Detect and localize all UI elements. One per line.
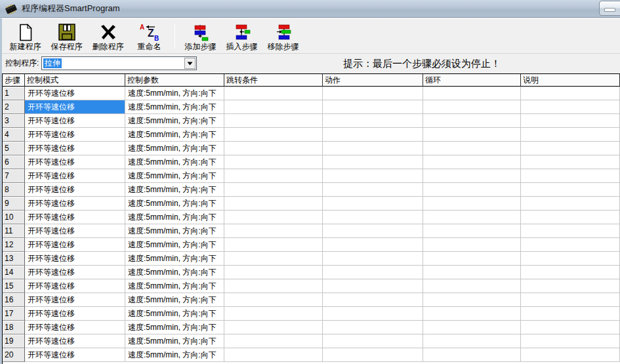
row-step-header[interactable]: 12 xyxy=(3,238,25,252)
cell-control-mode[interactable]: 开环等速位移 xyxy=(25,169,125,183)
cell-control-mode[interactable]: 开环等速位移 xyxy=(25,87,125,100)
cell-control-params[interactable]: 速度:5mm/min, 方向:向下 xyxy=(125,128,224,142)
cell-jump-condition[interactable] xyxy=(224,238,323,252)
cell-jump-condition[interactable] xyxy=(224,307,323,321)
cell-action[interactable] xyxy=(323,87,423,100)
cell-note[interactable] xyxy=(521,307,620,321)
cell-control-params[interactable]: 速度:5mm/min, 方向:向下 xyxy=(125,183,224,197)
rename-button[interactable]: A Z B 重命名 xyxy=(129,20,170,53)
cell-jump-condition[interactable] xyxy=(224,183,323,197)
cell-loop[interactable] xyxy=(423,348,521,362)
cell-action[interactable] xyxy=(323,266,423,279)
cell-loop[interactable] xyxy=(423,142,521,155)
cell-jump-condition[interactable] xyxy=(224,142,323,155)
row-step-header[interactable]: 15 xyxy=(3,279,25,293)
cell-control-params[interactable]: 速度:5mm/min, 方向:向下 xyxy=(125,279,224,293)
cell-control-mode[interactable]: 开环等速位移 xyxy=(25,321,125,334)
cell-action[interactable] xyxy=(323,114,423,128)
new-program-button[interactable]: 新建程序 xyxy=(5,20,46,53)
cell-jump-condition[interactable] xyxy=(224,279,323,293)
cell-note[interactable] xyxy=(521,211,620,224)
row-step-header[interactable]: 3 xyxy=(3,114,25,128)
row-step-header[interactable]: 6 xyxy=(3,155,25,169)
cell-note[interactable] xyxy=(521,334,620,348)
cell-jump-condition[interactable] xyxy=(224,197,323,211)
cell-action[interactable] xyxy=(323,293,423,307)
cell-jump-condition[interactable] xyxy=(224,100,323,114)
save-program-button[interactable]: 保存程序 xyxy=(46,20,87,53)
cell-control-mode[interactable]: 开环等速位移 xyxy=(25,211,125,224)
delete-program-button[interactable]: 删除程序 xyxy=(87,20,129,53)
cell-action[interactable] xyxy=(323,142,423,155)
cell-control-params[interactable]: 速度:5mm/min, 方向:向下 xyxy=(125,211,224,224)
cell-action[interactable] xyxy=(323,334,423,348)
cell-note[interactable] xyxy=(521,142,620,155)
cell-control-mode[interactable]: 开环等速位移 xyxy=(25,114,125,128)
cell-loop[interactable] xyxy=(423,169,521,183)
cell-loop[interactable] xyxy=(423,224,521,238)
cell-control-params[interactable]: 速度:5mm/min, 方向:向下 xyxy=(125,169,224,183)
cell-jump-condition[interactable] xyxy=(224,334,323,348)
cell-control-params[interactable]: 速度:5mm/min, 方向:向下 xyxy=(125,293,224,307)
cell-note[interactable] xyxy=(521,114,620,128)
cell-note[interactable] xyxy=(521,224,620,238)
cell-control-params[interactable]: 速度:5mm/min, 方向:向下 xyxy=(125,197,224,211)
cell-jump-condition[interactable] xyxy=(224,87,323,100)
cell-jump-condition[interactable] xyxy=(224,224,323,238)
cell-note[interactable] xyxy=(521,266,620,279)
cell-control-mode[interactable]: 开环等速位移 xyxy=(25,252,125,266)
cell-jump-condition[interactable] xyxy=(224,211,323,224)
cell-note[interactable] xyxy=(521,87,620,100)
cell-jump-condition[interactable] xyxy=(224,114,323,128)
cell-jump-condition[interactable] xyxy=(224,293,323,307)
cell-action[interactable] xyxy=(323,211,423,224)
cell-control-params[interactable]: 速度:5mm/min, 方向:向下 xyxy=(125,87,224,100)
cell-jump-condition[interactable] xyxy=(224,266,323,279)
cell-loop[interactable] xyxy=(423,155,521,169)
cell-control-mode[interactable]: 开环等速位移 xyxy=(25,238,125,252)
cell-control-mode[interactable]: 开环等速位移 xyxy=(25,100,125,114)
cell-action[interactable] xyxy=(323,279,423,293)
cell-loop[interactable] xyxy=(423,238,521,252)
cell-control-params[interactable]: 速度:5mm/min, 方向:向下 xyxy=(125,155,224,169)
row-step-header[interactable]: 1 xyxy=(3,87,25,100)
cell-jump-condition[interactable] xyxy=(224,321,323,334)
row-step-header[interactable]: 7 xyxy=(3,169,25,183)
cell-jump-condition[interactable] xyxy=(224,252,323,266)
row-step-header[interactable]: 16 xyxy=(3,293,25,307)
cell-control-mode[interactable]: 开环等速位移 xyxy=(25,348,125,362)
cell-control-params[interactable]: 速度:5mm/min, 方向:向下 xyxy=(125,266,224,279)
cell-control-mode[interactable]: 开环等速位移 xyxy=(25,279,125,293)
cell-control-mode[interactable]: 开环等速位移 xyxy=(25,128,125,142)
cell-control-params[interactable]: 速度:5mm/min, 方向:向下 xyxy=(125,224,224,238)
cell-control-params[interactable]: 速度:5mm/min, 方向:向下 xyxy=(125,307,224,321)
cell-note[interactable] xyxy=(521,252,620,266)
row-step-header[interactable]: 2 xyxy=(3,100,25,114)
cell-action[interactable] xyxy=(323,252,423,266)
cell-control-params[interactable]: 速度:5mm/min, 方向:向下 xyxy=(125,142,224,155)
cell-control-params[interactable]: 速度:5mm/min, 方向:向下 xyxy=(125,252,224,266)
cell-note[interactable] xyxy=(521,169,620,183)
cell-control-mode[interactable]: 开环等速位移 xyxy=(25,224,125,238)
cell-control-mode[interactable]: 开环等速位移 xyxy=(25,142,125,155)
cell-note[interactable] xyxy=(521,279,620,293)
cell-loop[interactable] xyxy=(423,293,521,307)
cell-loop[interactable] xyxy=(423,334,521,348)
row-step-header[interactable]: 18 xyxy=(3,321,25,334)
row-step-header[interactable]: 5 xyxy=(3,142,25,155)
cell-action[interactable] xyxy=(323,307,423,321)
cell-action[interactable] xyxy=(323,197,423,211)
cell-control-params[interactable]: 速度:5mm/min, 方向:向下 xyxy=(125,348,224,362)
chevron-down-icon[interactable] xyxy=(184,58,196,69)
cell-control-params[interactable]: 速度:5mm/min, 方向:向下 xyxy=(125,334,224,348)
cell-loop[interactable] xyxy=(423,266,521,279)
cell-jump-condition[interactable] xyxy=(224,155,323,169)
cell-loop[interactable] xyxy=(423,197,521,211)
cell-jump-condition[interactable] xyxy=(224,169,323,183)
cell-note[interactable] xyxy=(521,100,620,114)
cell-control-mode[interactable]: 开环等速位移 xyxy=(25,334,125,348)
cell-note[interactable] xyxy=(521,183,620,197)
cell-control-params[interactable]: 速度:5mm/min, 方向:向下 xyxy=(125,321,224,334)
cell-loop[interactable] xyxy=(423,100,521,114)
cell-action[interactable] xyxy=(323,321,423,334)
